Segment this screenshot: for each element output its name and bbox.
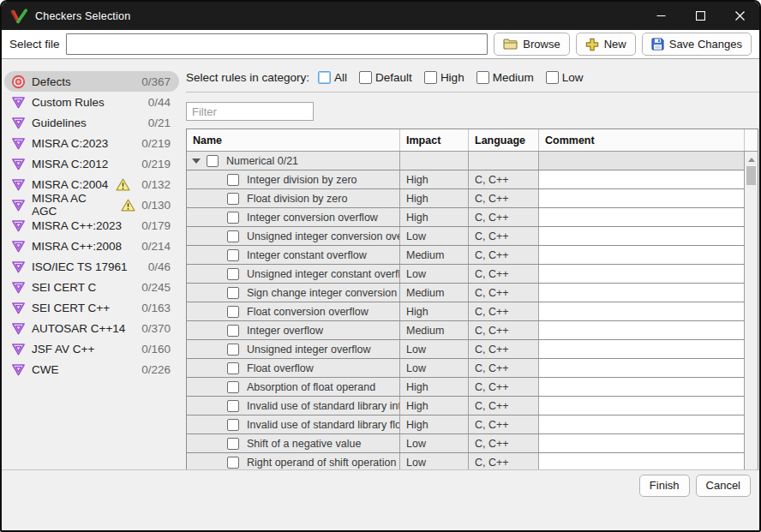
category-checkbox[interactable] [359, 71, 372, 84]
rule-checkbox[interactable] [227, 174, 239, 186]
rule-checkbox[interactable] [227, 457, 239, 469]
rule-checkbox[interactable] [227, 438, 239, 450]
rule-comment-cell[interactable] [538, 170, 744, 188]
rule-comment-cell[interactable] [538, 321, 744, 339]
column-header-comment[interactable]: Comment [538, 129, 744, 151]
rule-language: C, C++ [468, 453, 538, 471]
rule-checkbox[interactable] [227, 306, 239, 318]
sidebar-item[interactable]: AUTOSAR C++14 0/370 [4, 318, 179, 338]
scroll-up-arrow[interactable] [745, 153, 758, 165]
rule-row[interactable]: Float division by zero High C, C++ [187, 189, 744, 208]
sidebar-item[interactable]: MISRA C:2012 0/219 [4, 153, 179, 174]
rule-impact: Low [399, 434, 468, 452]
category-checkbox[interactable] [424, 71, 437, 84]
column-header-name[interactable]: Name [187, 129, 399, 151]
rule-comment-cell[interactable] [538, 359, 744, 377]
rule-checkbox[interactable] [227, 362, 239, 374]
sidebar-item[interactable]: SEI CERT C++ 0/163 [4, 297, 179, 318]
sidebar-item-label: MISRA C:2023 [32, 137, 108, 150]
new-button[interactable]: New [576, 33, 636, 56]
category-icon [10, 279, 26, 295]
rule-row[interactable]: Sign change integer conversion overflow … [187, 284, 744, 302]
rule-comment-cell[interactable] [538, 434, 744, 452]
sidebar-item-count: 0/367 [141, 75, 171, 88]
minimize-button[interactable] [641, 2, 680, 30]
sidebar-item[interactable]: MISRA AC AGC 0/130 [4, 194, 179, 215]
expander-icon[interactable] [192, 158, 201, 164]
close-button[interactable] [720, 2, 759, 30]
sidebar-item-count: 0/163 [141, 302, 171, 314]
rule-row[interactable]: Unsigned integer constant overflow Low C… [187, 265, 744, 284]
rule-checkbox[interactable] [227, 344, 239, 356]
rule-comment-cell[interactable] [538, 340, 744, 358]
vertical-scrollbar[interactable] [744, 152, 758, 491]
sidebar-item[interactable]: Defects 0/367 [4, 71, 179, 92]
column-header-language[interactable]: Language [468, 129, 538, 151]
rule-checkbox[interactable] [227, 212, 239, 224]
rule-row[interactable]: Float conversion overflow High C, C++ [187, 302, 744, 321]
rule-row[interactable]: Unsigned integer conversion overflow Low… [187, 227, 744, 246]
category-icon [10, 259, 26, 274]
category-checkbox[interactable] [546, 71, 559, 84]
filter-input[interactable] [186, 102, 314, 121]
rule-comment-cell[interactable] [538, 246, 744, 264]
rule-checkbox[interactable] [227, 193, 239, 205]
sidebar-item[interactable]: CWE 0/226 [4, 359, 179, 380]
rule-comment-cell[interactable] [538, 397, 744, 415]
rule-row[interactable]: Invalid use of standard library floating… [187, 415, 744, 434]
sidebar-item[interactable]: MISRA C++:2008 0/214 [4, 236, 179, 256]
rule-name: Shift of a negative value [247, 438, 361, 450]
rule-comment-cell[interactable] [538, 227, 744, 245]
select-file-input[interactable] [66, 33, 488, 55]
rule-comment-cell[interactable] [538, 284, 744, 302]
save-changes-button[interactable]: Save Changes [642, 33, 752, 56]
category-checkbox[interactable] [476, 71, 489, 84]
sidebar-item[interactable]: MISRA C:2023 0/219 [4, 133, 179, 153]
rule-checkbox[interactable] [227, 400, 239, 412]
rule-checkbox[interactable] [227, 249, 239, 261]
rule-row[interactable]: Integer overflow Medium C, C++ [187, 321, 744, 340]
rule-row[interactable]: Shift of a negative value Low C, C++ [187, 434, 744, 453]
scrollbar-thumb[interactable] [746, 166, 756, 185]
rule-row[interactable]: Unsigned integer overflow Low C, C++ [187, 340, 744, 359]
browse-button[interactable]: Browse [494, 33, 569, 56]
rule-checkbox[interactable] [227, 230, 239, 242]
column-header-impact[interactable]: Impact [399, 129, 468, 151]
rule-name: Unsigned integer constant overflow [247, 268, 399, 280]
rule-comment-cell[interactable] [538, 265, 744, 283]
sidebar-item[interactable]: JSF AV C++ 0/160 [4, 338, 179, 359]
rule-row[interactable]: Integer constant overflow Medium C, C++ [187, 246, 744, 265]
sidebar-item-label: MISRA AC AGC [32, 192, 113, 218]
category-option: Low [546, 71, 584, 84]
rule-comment-cell[interactable] [538, 415, 744, 433]
maximize-button[interactable] [680, 2, 720, 30]
rule-comment-cell[interactable] [538, 208, 744, 226]
category-checkbox[interactable] [318, 71, 331, 84]
finish-button[interactable]: Finish [639, 475, 690, 497]
rule-comment-cell[interactable] [538, 189, 744, 207]
sidebar-item[interactable]: SEI CERT C 0/245 [4, 277, 179, 297]
sidebar-item[interactable]: MISRA C++:2023 0/179 [4, 215, 179, 236]
sidebar-item[interactable]: Guidelines 0/21 [4, 112, 179, 133]
rule-language: C, C++ [468, 321, 538, 339]
rule-row[interactable]: Invalid use of standard library integer … [187, 397, 744, 415]
sidebar-item[interactable]: ISO/IEC TS 17961 0/46 [4, 256, 179, 277]
rule-row[interactable]: Integer division by zero High C, C++ [187, 170, 744, 189]
sidebar-item[interactable]: Custom Rules 0/44 [4, 92, 179, 112]
group-row-numerical[interactable]: Numerical 0/21 [187, 152, 744, 170]
rule-comment-cell[interactable] [538, 302, 744, 320]
rule-comment-cell[interactable] [538, 378, 744, 396]
rule-row[interactable]: Float overflow Low C, C++ [187, 359, 744, 378]
group-checkbox[interactable] [207, 155, 219, 167]
rule-checkbox[interactable] [227, 325, 239, 337]
rule-row[interactable]: Absorption of float operand High C, C++ [187, 378, 744, 397]
file-bar: Select file Browse New [2, 30, 759, 59]
rule-row[interactable]: Integer conversion overflow High C, C++ [187, 208, 744, 227]
rule-checkbox[interactable] [227, 287, 239, 299]
rule-checkbox[interactable] [227, 381, 239, 393]
cancel-button[interactable]: Cancel [696, 475, 751, 497]
rule-checkbox[interactable] [227, 268, 239, 280]
rule-comment-cell[interactable] [538, 453, 744, 471]
rule-language: C, C++ [468, 378, 538, 396]
rule-checkbox[interactable] [227, 419, 239, 431]
